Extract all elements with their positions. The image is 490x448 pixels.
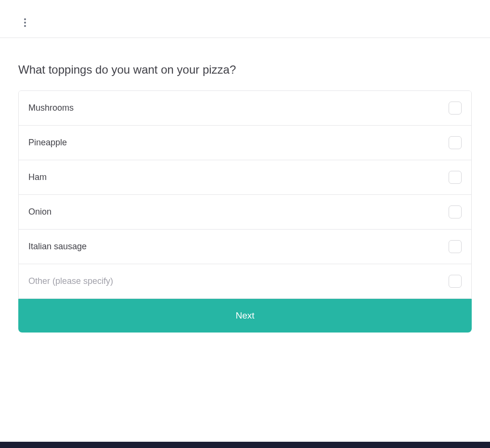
more-vertical-icon[interactable] (23, 17, 27, 28)
checkbox[interactable] (449, 136, 462, 149)
option-pineapple[interactable]: Pineapple (19, 126, 471, 160)
option-mushrooms[interactable]: Mushrooms (19, 91, 471, 126)
checkbox[interactable] (449, 240, 462, 253)
checkbox[interactable] (449, 171, 462, 184)
option-label: Mushrooms (28, 103, 74, 113)
options-list: Mushrooms Pineapple Ham Onion Italian sa… (18, 90, 472, 299)
checkbox[interactable] (449, 102, 462, 115)
option-label: Other (please specify) (28, 276, 113, 286)
option-label: Pineapple (28, 138, 67, 148)
survey-content: What toppings do you want on your pizza?… (0, 38, 490, 333)
option-label: Onion (28, 207, 52, 217)
next-button[interactable]: Next (18, 299, 472, 333)
question-title: What toppings do you want on your pizza? (18, 62, 472, 77)
checkbox[interactable] (449, 275, 462, 288)
option-other[interactable]: Other (please specify) (19, 264, 471, 298)
option-italian-sausage[interactable]: Italian sausage (19, 230, 471, 264)
option-label: Italian sausage (28, 242, 87, 252)
option-label: Ham (28, 172, 47, 182)
checkbox[interactable] (449, 205, 462, 218)
option-ham[interactable]: Ham (19, 160, 471, 195)
option-onion[interactable]: Onion (19, 195, 471, 230)
bottom-bar (0, 442, 490, 448)
header-bar (0, 0, 490, 38)
